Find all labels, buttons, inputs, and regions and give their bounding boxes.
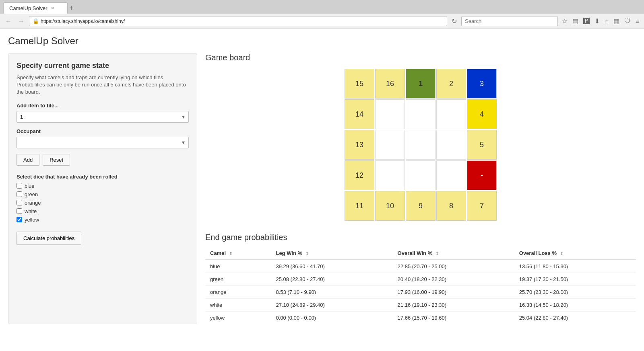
bookmark-icon[interactable]: ☆ [560,16,569,26]
calculate-button[interactable]: Calculate probabilities [17,232,81,245]
tab-bar: CamelUp Solver ✕ + [0,0,644,14]
col-camel[interactable]: Camel ⇕ [205,247,271,260]
camel-cell: blue [205,260,271,273]
occupant-select-wrapper: bluegreenorange whiteyellowtrap +trap - [17,137,189,148]
dice-yellow-label: yellow [25,217,39,223]
cell-empty-r2c4 [436,99,466,129]
download-icon[interactable]: ⬇ [593,16,601,26]
dice-label: Select dice that have already been rolle… [17,174,189,180]
active-tab[interactable]: CamelUp Solver ✕ [3,2,68,14]
overall-win-cell: 17.93 (16.00 - 19.90) [393,286,514,299]
tab-close-button[interactable]: ✕ [51,6,54,11]
leg-win-cell: 8.53 (7.10 - 9.90) [271,286,392,299]
overall-win-cell: 20.40 (18.20 - 22.30) [393,273,514,286]
camel-cell: white [205,299,271,312]
home-icon[interactable]: ⌂ [603,17,610,26]
dice-orange-label: orange [25,200,41,206]
game-board: 15 16 1 2 3 14 [205,69,636,221]
table-row: blue 39.29 (36.60 - 41.70) 22.85 (20.70 … [205,260,636,273]
tab-title: CamelUp Solver [9,5,47,11]
dice-white-label: white [25,208,37,214]
dice-blue: blue [17,183,189,189]
dice-white-checkbox[interactable] [17,208,22,214]
sort-overallwin-icon: ⇕ [436,251,439,256]
cell-empty-r4c4 [436,160,466,190]
page-title: CamelUp Solver [8,35,636,47]
cell-11: 11 [345,191,374,221]
cell-2: 2 [436,69,466,99]
table-row: yellow 0.00 (0.00 - 0.00) 17.66 (15.70 -… [205,312,636,324]
cell-empty-r3c4 [436,130,466,160]
cell-empty-r3c3 [406,130,436,160]
sidebar-title: Specify current game state [17,62,189,70]
dice-yellow-checkbox[interactable] [17,217,22,222]
cell-empty-r2c2 [375,99,405,129]
overall-loss-cell: 13.56 (11.80 - 15.30) [514,260,636,273]
sidebar: Specify current game state Specify what … [8,53,197,324]
table-row: green 25.08 (22.80 - 27.40) 20.40 (18.20… [205,273,636,286]
extension-icon[interactable]: ▦ [612,16,621,26]
camel-cell: yellow [205,312,271,324]
reset-button[interactable]: Reset [43,154,70,166]
reader-icon[interactable]: ▤ [571,16,580,26]
dice-blue-label: blue [25,183,35,189]
overall-win-cell: 22.85 (20.70 - 25.00) [393,260,514,273]
nav-bar: ← → 🔒 https://stulacy.shinyapps.io/camel… [0,14,644,29]
back-button[interactable]: ← [3,17,14,26]
col-overall-loss[interactable]: Overall Loss % ⇕ [514,247,636,260]
tile-select[interactable]: 1 2345 6789 10111213 141516 [17,111,189,123]
leg-win-cell: 25.08 (22.80 - 27.40) [271,273,392,286]
url-text: https://stulacy.shinyapps.io/camelshiny/ [41,18,125,24]
camel-cell: green [205,273,271,286]
page-content: CamelUp Solver Specify current game stat… [0,29,644,330]
cell-8: 8 [436,191,466,221]
menu-icon[interactable]: ≡ [634,17,641,26]
camel-cell: orange [205,286,271,299]
overall-loss-cell: 25.70 (23.30 - 28.00) [514,286,636,299]
dice-orange: orange [17,200,189,206]
cell-4: 4 [467,99,497,129]
dice-green-checkbox[interactable] [17,191,22,197]
cell-16: 16 [375,69,405,99]
pocket-icon[interactable]: 🅿 [582,17,591,26]
occupant-select[interactable]: bluegreenorange whiteyellowtrap +trap - [17,137,189,148]
right-panel: Game board 15 16 1 2 3 [205,53,636,324]
col-overall-win[interactable]: Overall Win % ⇕ [393,247,514,260]
nav-icons: ☆ ▤ 🅿 ⬇ ⌂ ▦ 🛡 ≡ [560,16,641,26]
dice-green: green [17,191,189,197]
sort-camel-icon: ⇕ [229,251,232,256]
probabilities-title: End game probabilities [205,233,636,242]
cell-empty-r4c2 [375,160,405,190]
cell-empty-r2c3 [406,99,436,129]
cell-12: 12 [345,160,374,190]
shield-icon[interactable]: 🛡 [623,17,632,26]
action-buttons: Add Reset [17,154,189,166]
cell-trap: - [467,160,497,190]
cell-3: 3 [467,69,497,99]
browser-chrome: CamelUp Solver ✕ + ← → 🔒 https://stulacy… [0,0,644,29]
new-tab-button[interactable]: + [69,4,74,12]
overall-loss-cell: 16.33 (14.50 - 18.20) [514,299,636,312]
search-input[interactable] [461,16,558,26]
cell-13: 13 [345,130,374,160]
col-leg-win[interactable]: Leg Win % ⇕ [271,247,392,260]
occupant-label: Occupant [17,128,189,134]
cell-14: 14 [345,99,374,129]
refresh-button[interactable]: ↻ [450,16,459,26]
dice-orange-checkbox[interactable] [17,200,22,205]
dice-green-label: green [25,191,38,197]
add-button[interactable]: Add [17,154,39,166]
dice-blue-checkbox[interactable] [17,183,22,189]
url-bar[interactable]: 🔒 https://stulacy.shinyapps.io/camelshin… [29,16,447,26]
table-row: orange 8.53 (7.10 - 9.90) 17.93 (16.00 -… [205,286,636,299]
leg-win-cell: 0.00 (0.00 - 0.00) [271,312,392,324]
cell-10: 10 [375,191,405,221]
main-layout: Specify current game state Specify what … [8,53,636,324]
sort-legwin-icon: ⇕ [305,251,309,256]
dice-white: white [17,208,189,214]
overall-loss-cell: 19.37 (17.30 - 21.50) [514,273,636,286]
forward-button[interactable]: → [16,17,27,26]
leg-win-cell: 27.10 (24.89 - 29.40) [271,299,392,312]
cell-7: 7 [467,191,497,221]
cell-empty-r3c2 [375,130,405,160]
